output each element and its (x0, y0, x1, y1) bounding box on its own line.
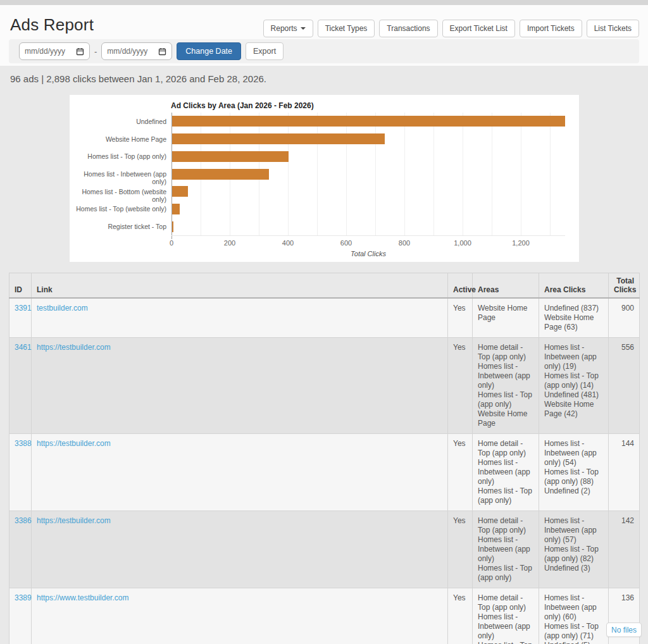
ad-url-link[interactable]: https://www.testbuilder.com (37, 593, 128, 602)
gridline (521, 113, 521, 235)
ads-table: ID Link Active Areas Area Clicks Total C… (9, 273, 640, 644)
area-clicks-cell: Homes list - Inbetween (app only) (57)Ho… (539, 511, 609, 588)
nav-button-ticket-types[interactable]: Ticket Types (318, 20, 375, 37)
area-clicks-item: Homes list - Top (app only) (82) (544, 545, 603, 564)
area-clicks-cell: Homes list - Inbetween (app only) (60)Ho… (539, 588, 609, 644)
ad-id-link[interactable]: 3389 (15, 593, 32, 602)
total-clicks-cell: 900 (609, 298, 640, 338)
ad-id-link[interactable]: 3391 (15, 304, 32, 313)
gridline (288, 113, 289, 235)
nav-button-export-ticket-list[interactable]: Export Ticket List (442, 20, 515, 37)
page: Ads Report ReportsTicket TypesTransactio… (0, 0, 648, 644)
area-item: Homes list - Inbetween (app only) (478, 535, 533, 564)
col-header-active: Active (448, 273, 473, 299)
total-clicks-cell: 556 (609, 338, 640, 434)
category-label: Homes list - Bottom (website only) (70, 188, 166, 203)
no-files-button[interactable]: No files (606, 622, 642, 637)
table-row: 3389https://www.testbuilder.comYesHome d… (9, 588, 640, 644)
category-label: Website Home Page (70, 135, 166, 143)
col-header-id: ID (9, 273, 32, 299)
area-item: Website Home Page (478, 304, 533, 323)
area-clicks-item: Homes list - Inbetween (app only) (60) (544, 593, 603, 622)
calendar-icon (76, 47, 84, 56)
total-clicks-cell: 144 (609, 434, 640, 511)
area-item: Home detail - Top (app only) (478, 439, 533, 458)
chart-title: Ad Clicks by Area (Jan 2026 - Feb 2026) (171, 101, 314, 110)
ad-url-link[interactable]: https://testbuilder.com (37, 439, 111, 448)
date-range-separator: - (94, 47, 97, 56)
area-clicks-cell: Homes list - Inbetween (app only) (54)Ho… (539, 434, 609, 511)
area-clicks-item: Website Home Page (42) (544, 400, 603, 419)
caret-down-icon (301, 27, 306, 30)
col-header-areas: Areas (473, 273, 539, 299)
category-label: Register ticket - Top (70, 223, 166, 230)
active-cell: Yes (448, 298, 473, 338)
gridline (433, 113, 434, 235)
bar-register-ticket-top (172, 221, 173, 232)
total-clicks-cell: 142 (609, 511, 640, 588)
ad-url-link[interactable]: https://testbuilder.com (37, 516, 111, 525)
area-item: Website Home Page (478, 409, 533, 428)
area-item: Homes list - Top (app only) (478, 641, 533, 644)
area-item: Home detail - Top (app only) (478, 516, 533, 535)
page-title: Ads Report (10, 15, 94, 35)
clicks-by-area-chart: Ad Clicks by Area (Jan 2026 - Feb 2026) … (70, 95, 579, 262)
category-label: Undefined (70, 118, 166, 125)
filter-bar: mm/dd/yyyy - mm/dd/yyyy Change Date Expo… (9, 39, 639, 63)
ad-id-link[interactable]: 3388 (15, 439, 32, 448)
table-row: 3461https://testbuilder.comYesHome detai… (9, 338, 640, 434)
bar-homes-list-bottom-website-only- (172, 186, 188, 197)
date-to-placeholder: mm/dd/yyyy (107, 47, 147, 56)
areas-cell: Home detail - Top (app only)Homes list -… (473, 511, 539, 588)
gridline (550, 113, 551, 235)
summary-line: 96 ads | 2,898 clicks between Jan 1, 202… (10, 73, 266, 84)
nav-button-import-tickets[interactable]: Import Tickets (520, 20, 582, 37)
col-header-total-clicks: Total Clicks (609, 273, 640, 299)
category-label: Homes list - Top (app only) (70, 152, 166, 160)
area-clicks-item: Homes list - Top (app only) (14) (544, 371, 603, 390)
bar-homes-list-top-website-only- (172, 204, 180, 214)
areas-cell: Home detail - Top (app only)Homes list -… (473, 588, 539, 644)
table-row: 3391testbuilder.comYesWebsite Home PageU… (9, 298, 640, 338)
export-button[interactable]: Export (246, 42, 284, 60)
areas-cell: Home detail - Top (app only)Homes list -… (473, 434, 539, 511)
gridline (375, 113, 376, 235)
date-from-placeholder: mm/dd/yyyy (25, 47, 65, 56)
area-clicks-item: Website Home Page (63) (544, 313, 603, 332)
bar-undefined (172, 116, 565, 127)
x-axis-title: Total Clicks (273, 250, 463, 257)
x-tick-label: 200 (211, 239, 249, 247)
x-tick-label: 800 (385, 239, 423, 247)
change-date-button[interactable]: Change Date (177, 42, 241, 60)
nav-button-transactions[interactable]: Transactions (379, 20, 437, 37)
area-clicks-item: Homes list - Top (app only) (88) (544, 468, 603, 486)
ad-id-link[interactable]: 3386 (15, 516, 32, 525)
area-clicks-item: Undefined (481) (544, 390, 603, 400)
x-tick-label: 0 (153, 239, 190, 247)
category-label: Homes list - Inbetween (app only) (70, 170, 166, 185)
area-clicks-item: Homes list - Top (app only) (71) (544, 622, 603, 641)
x-tick-label: 400 (269, 239, 307, 247)
calendar-icon (158, 47, 166, 56)
date-from-input[interactable]: mm/dd/yyyy (19, 42, 90, 60)
bar-homes-list-top-app-only- (172, 151, 289, 162)
gridline (463, 113, 463, 235)
active-cell: Yes (448, 511, 473, 588)
ad-id-link[interactable]: 3461 (15, 343, 32, 352)
gridline (346, 113, 347, 235)
nav-button-row: ReportsTicket TypesTransactionsExport Ti… (263, 20, 639, 37)
area-item: Homes list - Inbetween (app only) (478, 458, 533, 486)
category-label: Homes list - Top (website only) (70, 205, 166, 213)
ad-url-link[interactable]: testbuilder.com (37, 304, 88, 313)
table-row: 3386https://testbuilder.comYesHome detai… (9, 511, 640, 588)
area-item: Homes list - Top (app only) (478, 486, 533, 505)
area-clicks-cell: Homes list - Inbetween (app only) (19)Ho… (539, 338, 609, 434)
ad-url-link[interactable]: https://testbuilder.com (37, 343, 111, 352)
table-row: 3388https://testbuilder.comYesHome detai… (9, 434, 640, 511)
area-clicks-item: Undefined (837) (544, 304, 603, 313)
area-clicks-item: Homes list - Inbetween (app only) (19) (544, 343, 603, 371)
date-to-input[interactable]: mm/dd/yyyy (101, 42, 172, 60)
nav-button-list-tickets[interactable]: List Tickets (587, 20, 639, 37)
areas-cell: Website Home Page (473, 298, 539, 338)
nav-button-reports[interactable]: Reports (263, 20, 313, 37)
